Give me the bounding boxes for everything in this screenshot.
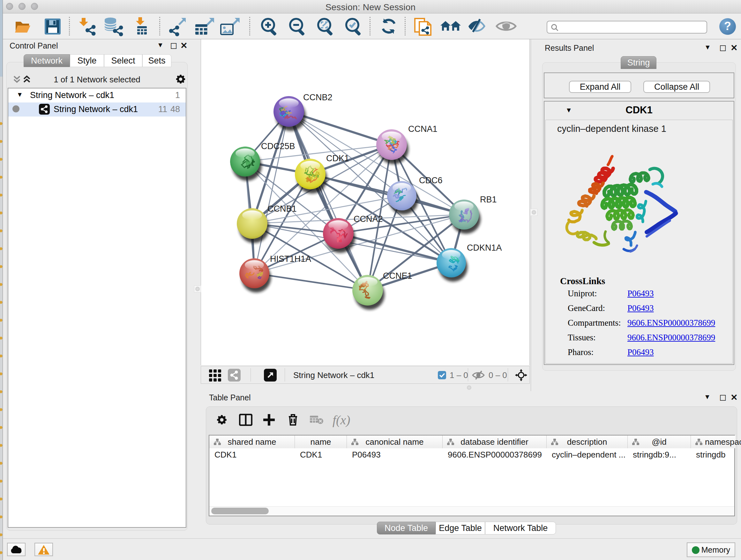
svg-text:CCNB1: CCNB1 [267,204,297,213]
svg-text:CDC25B: CDC25B [261,141,295,151]
svg-text:CCNA1: CCNA1 [408,124,437,134]
svg-text:HIST1H1A: HIST1H1A [270,254,311,264]
svg-text:RB1: RB1 [480,195,497,204]
svg-text:CCNA2: CCNA2 [354,214,383,224]
svg-text:CDC6: CDC6 [419,176,443,185]
svg-text:CCNE1: CCNE1 [383,271,412,281]
svg-text:CCNB2: CCNB2 [303,92,333,102]
svg-text:CDK1: CDK1 [326,153,349,163]
svg-text:CDKN1A: CDKN1A [467,243,502,253]
